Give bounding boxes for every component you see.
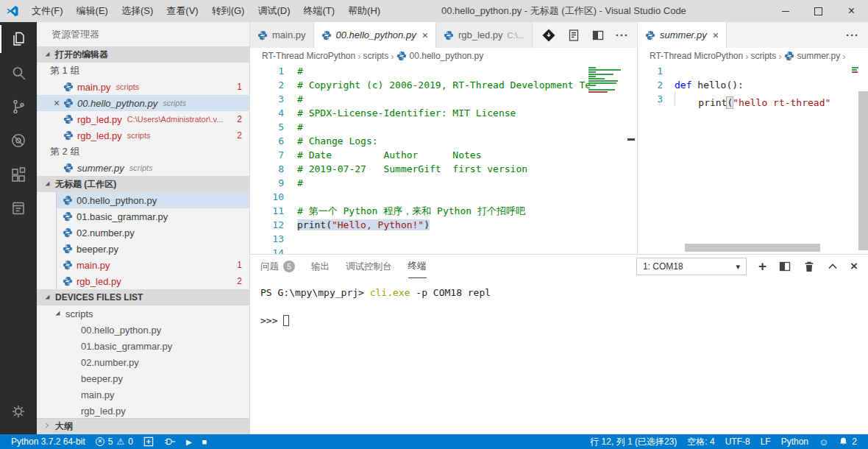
connect-device-button[interactable]	[159, 434, 181, 449]
workspace-file-row[interactable]: 00.hello_python.py	[57, 192, 249, 208]
panel-tab-问题[interactable]: 问题5	[260, 255, 295, 278]
device-file-row[interactable]: 00.hello_python.py	[37, 322, 249, 338]
device-file-row[interactable]: main.py	[37, 386, 249, 403]
menu-item[interactable]: 转到(G)	[205, 0, 252, 22]
device-file-row[interactable]: 01.basic_grammar.py	[37, 338, 249, 354]
tab-00.hello_python.py[interactable]: 00.hello_python.py×	[314, 22, 436, 48]
minimap[interactable]	[850, 66, 858, 74]
menu-item[interactable]: 帮助(H)	[341, 0, 387, 22]
line-number: 1	[638, 64, 663, 78]
open-editor-item[interactable]: main.pyscripts1	[37, 79, 249, 95]
close-window-icon[interactable]	[835, 0, 868, 22]
workspace-file-row[interactable]: 01.basic_grammar.py	[57, 208, 249, 224]
device-file-row[interactable]: 02.number.py	[37, 354, 249, 370]
outline-section-header[interactable]: 大纲	[37, 418, 249, 434]
menu-item[interactable]: 选择(S)	[115, 0, 160, 22]
device-file-row[interactable]: rgb_led.py	[37, 403, 249, 419]
breadcrumb-item[interactable]: summer.py	[784, 51, 841, 61]
breadcrumb-item[interactable]: RT-Thread MicroPython	[650, 51, 743, 61]
file-name: summer.py	[77, 163, 124, 174]
tab-main.py[interactable]: main.py	[250, 22, 314, 48]
line-number: 7	[250, 148, 284, 162]
file-name: 02.number.py	[77, 227, 135, 238]
extensions-icon[interactable]	[0, 158, 37, 191]
close-panel-icon[interactable]: ×	[850, 259, 858, 274]
code-editor-left[interactable]: 1#2# Copyright (c) 2006-2019, RT-Thread …	[250, 64, 637, 254]
tab-rgb_led.py[interactable]: rgb_led.pyC:\...	[436, 22, 533, 48]
split-terminal-icon[interactable]	[778, 260, 791, 273]
minimap[interactable]	[586, 66, 625, 93]
language-mode-status[interactable]: Python	[776, 434, 814, 449]
open-editor-item[interactable]: summer.pyscripts	[37, 160, 249, 176]
menu-item[interactable]: 调试(D)	[251, 0, 296, 22]
workspace-file-row[interactable]: 02.number.py	[57, 224, 249, 241]
split-editor-icon[interactable]	[591, 29, 605, 42]
problems-status[interactable]: 5 0	[90, 434, 138, 449]
settings-gear-icon[interactable]	[0, 395, 37, 428]
maximize-icon[interactable]	[802, 0, 835, 22]
python-file-icon	[257, 30, 268, 40]
close-editor-icon[interactable]: ×	[50, 97, 63, 109]
device-notes-icon[interactable]	[0, 191, 37, 225]
explorer-icon[interactable]	[0, 22, 37, 56]
panel-tab-label: 输出	[311, 261, 330, 273]
python-file-icon	[63, 195, 73, 205]
kill-terminal-trash-icon[interactable]	[803, 261, 815, 273]
devices-section-header[interactable]: DEVICES FILES LIST	[37, 289, 249, 305]
code-line: 12print("Hello, Python!")	[250, 218, 637, 232]
devices-folder-row[interactable]: scripts	[37, 305, 249, 322]
workspace-file-row[interactable]: main.py1	[57, 257, 249, 273]
breadcrumb-item[interactable]: RT-Thread MicroPython	[262, 51, 355, 61]
more-actions-icon[interactable]: ···	[846, 29, 859, 41]
tab-summer.py[interactable]: summer.py×	[638, 22, 727, 48]
open-editor-item[interactable]: rgb_led.pyscripts2	[37, 127, 249, 144]
open-editor-item[interactable]: ×00.hello_python.pyscripts	[37, 95, 249, 111]
python-interpreter-status[interactable]: Python 3.7.2 64-bit	[6, 434, 90, 449]
source-control-icon[interactable]	[0, 90, 37, 124]
workspace-file-row[interactable]: beeper.py	[57, 241, 249, 257]
file-report-icon[interactable]	[567, 29, 580, 42]
breadcrumb-item[interactable]: scripts	[751, 51, 777, 61]
download-to-board-icon[interactable]	[541, 28, 556, 43]
maximize-panel-chevron-icon[interactable]	[827, 261, 839, 272]
new-terminal-icon[interactable]: +	[758, 261, 766, 272]
cursor-position-status[interactable]: 行 12, 列 1 (已选择23)	[585, 434, 682, 449]
search-icon[interactable]	[0, 56, 37, 90]
indentation-status[interactable]: 空格: 4	[682, 434, 719, 449]
terminal-select[interactable]: 1: COM18	[636, 258, 747, 275]
panel-tab-调试控制台[interactable]: 调试控制台	[346, 255, 392, 278]
encoding-status[interactable]: UTF-8	[720, 434, 755, 449]
workspace-file-row[interactable]: rgb_led.py2	[57, 273, 249, 289]
vertical-scrollbar[interactable]	[858, 91, 868, 250]
stop-button[interactable]	[197, 434, 213, 449]
debug-icon[interactable]	[0, 124, 37, 158]
close-tab-icon[interactable]: ×	[713, 29, 719, 41]
panel-tab-label: 调试控制台	[346, 261, 392, 273]
code-line: 4# SPDX-License-Identifier: MIT License	[250, 106, 637, 120]
open-editor-item[interactable]: rgb_led.pyC:\Users\Administrator\.v...2	[37, 111, 249, 127]
eol-status[interactable]: LF	[755, 434, 776, 449]
close-tab-icon[interactable]: ×	[422, 29, 428, 41]
run-button[interactable]	[181, 434, 197, 449]
panel-tab-输出[interactable]: 输出	[311, 255, 330, 278]
workspace-section-header[interactable]: 无标题 (工作区)	[37, 176, 249, 192]
more-actions-icon[interactable]: ···	[616, 29, 629, 41]
open-editors-section-header[interactable]: 打开的编辑器	[37, 46, 249, 63]
code-editor-right[interactable]: 12def hello():3 print("hello rt-thread"	[638, 64, 868, 254]
menu-item[interactable]: 编辑(E)	[70, 0, 115, 22]
panel-tab-终端[interactable]: 终端	[408, 255, 427, 278]
terminal-output[interactable]: PS G:\mpy\mpy_prj> cli.exe -p COM18 repl…	[250, 278, 868, 328]
breadcrumb-item[interactable]: 00.hello_python.py	[396, 51, 484, 61]
feedback-smiley-icon[interactable]	[814, 434, 833, 449]
notifications-bell[interactable]: 2	[833, 434, 862, 449]
breadcrumb-item[interactable]: scripts	[363, 51, 389, 61]
menu-item[interactable]: 查看(V)	[160, 0, 204, 22]
minimize-icon[interactable]	[769, 0, 802, 22]
horizontal-scrollbar[interactable]	[685, 244, 820, 252]
status-bar-right: 行 12, 列 1 (已选择23) 空格: 4 UTF-8 LF Python …	[585, 434, 862, 449]
window-title: 00.hello_python.py - 无标题 (工作区) - Visual …	[441, 0, 686, 22]
menu-item[interactable]: 文件(F)	[25, 0, 70, 22]
download-code-button[interactable]	[138, 434, 159, 449]
device-file-row[interactable]: beeper.py	[37, 370, 249, 386]
menu-item[interactable]: 终端(T)	[296, 0, 341, 22]
